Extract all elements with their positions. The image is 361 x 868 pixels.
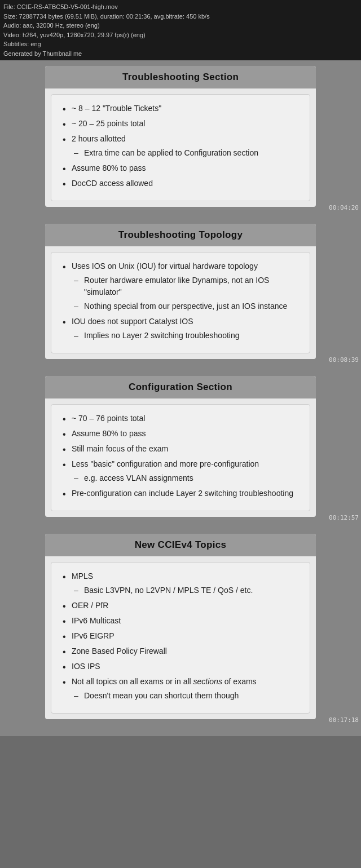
sub-list-item: Router hardware emulator like Dynamips, … xyxy=(72,274,300,298)
slide4-bullet-list: MPLS Basic L3VPN, no L2VPN / MPLS TE / Q… xyxy=(61,570,300,702)
list-item: Pre-configuration can include Layer 2 sw… xyxy=(61,488,300,499)
list-item: Still main focus of the exam xyxy=(61,443,300,455)
slide2-header: Troubleshooting Topology xyxy=(45,224,316,246)
sub-list-item: Implies no Layer 2 switching troubleshoo… xyxy=(72,330,300,342)
sub-list-item: e.g. access VLAN assignments xyxy=(72,472,300,484)
sub-list: Implies no Layer 2 switching troubleshoo… xyxy=(72,330,300,342)
list-item: Assume 80% to pass xyxy=(61,162,300,174)
bullet-text-italic: sections xyxy=(193,677,222,686)
sub-list-item: Doesn't mean you can shortcut them thoug… xyxy=(72,690,300,702)
list-item: Uses IOS on Unix (IOU) for virtual hardw… xyxy=(61,260,300,312)
slide3-body: ~ 70 – 76 points total Assume 80% to pas… xyxy=(51,404,310,511)
video-info-line3: Audio: aac, 32000 Hz, stereo (eng) xyxy=(3,21,358,30)
slide3-bullet-list: ~ 70 – 76 points total Assume 80% to pas… xyxy=(61,413,300,499)
list-item: IPv6 EIGRP xyxy=(61,630,300,642)
slide3-timestamp: 00:12:57 xyxy=(329,514,359,521)
list-item: Zone Based Policy Firewall xyxy=(61,645,300,657)
sub-list: Extra time can be applied to Configurati… xyxy=(72,147,300,159)
slide2-body: Uses IOS on Unix (IOU) for virtual hardw… xyxy=(51,252,310,353)
sub-list: Basic L3VPN, no L2VPN / MPLS TE / QoS / … xyxy=(72,584,300,596)
slide2-timestamp: 00:08:39 xyxy=(329,356,359,364)
slide1-wrapper: Troubleshooting Section ~ 8 – 12 "Troubl… xyxy=(0,60,361,212)
slide4-timestamp: 00:17:18 xyxy=(329,716,359,724)
slide1-bullet-list: ~ 8 – 12 "Trouble Tickets" ~ 20 – 25 poi… xyxy=(61,103,300,189)
bullet-text-part3: of exams xyxy=(222,677,257,686)
list-item: Less "basic" configuration and more pre-… xyxy=(61,458,300,484)
video-info-line2: Size: 72887734 bytes (69.51 MiB), durati… xyxy=(3,12,358,21)
video-info-line1: File: CCIE-RS-ATBC5D-V5-001-high.mov xyxy=(3,2,358,12)
video-info-line5: Subtitles: eng xyxy=(3,39,358,49)
slide2-bullet-list: Uses IOS on Unix (IOU) for virtual hardw… xyxy=(61,260,300,342)
bullet-text: IOU does not support Catalyst IOS xyxy=(72,317,193,326)
slide4-body: MPLS Basic L3VPN, no L2VPN / MPLS TE / Q… xyxy=(51,562,310,714)
list-item: Not all topics on all exams or in all se… xyxy=(61,676,300,702)
slide2: Troubleshooting Topology Uses IOS on Uni… xyxy=(45,224,316,359)
list-item: ~ 20 – 25 points total xyxy=(61,118,300,130)
list-item: MPLS Basic L3VPN, no L2VPN / MPLS TE / Q… xyxy=(61,570,300,596)
list-item: OER / PfR xyxy=(61,600,300,612)
bullet-text-part1: Not all topics on all exams or in all xyxy=(72,677,193,686)
slide1-body: ~ 8 – 12 "Trouble Tickets" ~ 20 – 25 poi… xyxy=(51,94,310,201)
sub-list: Router hardware emulator like Dynamips, … xyxy=(72,274,300,312)
sub-list-item: Extra time can be applied to Configurati… xyxy=(72,147,300,159)
list-item: 2 hours allotted Extra time can be appli… xyxy=(61,133,300,159)
list-item: Assume 80% to pass xyxy=(61,428,300,440)
video-info-line6: Generated by Thumbnail me xyxy=(3,49,358,59)
list-item: DocCD access allowed xyxy=(61,178,300,189)
sub-list-item: Basic L3VPN, no L2VPN / MPLS TE / QoS / … xyxy=(72,584,300,596)
slide1-timestamp: 00:04:20 xyxy=(329,204,359,211)
video-info: File: CCIE-RS-ATBC5D-V5-001-high.mov Siz… xyxy=(0,0,361,60)
list-item: ~ 8 – 12 "Trouble Tickets" xyxy=(61,103,300,114)
slide2-wrapper: Troubleshooting Topology Uses IOS on Uni… xyxy=(0,218,361,365)
slide1-header: Troubleshooting Section xyxy=(45,66,316,88)
bullet-text: MPLS xyxy=(72,572,93,581)
list-item: ~ 70 – 76 points total xyxy=(61,413,300,424)
slide4: New CCIEv4 Topics MPLS Basic L3VPN, no L… xyxy=(45,534,316,719)
slide3-header: Configuration Section xyxy=(45,376,316,398)
slide3-wrapper: Configuration Section ~ 70 – 76 points t… xyxy=(0,370,361,522)
slide4-wrapper: New CCIEv4 Topics MPLS Basic L3VPN, no L… xyxy=(0,528,361,725)
sub-list-item: Nothing special from our perspective, ju… xyxy=(72,300,300,312)
slide1: Troubleshooting Section ~ 8 – 12 "Troubl… xyxy=(45,66,316,207)
video-info-line4: Video: h264, yuv420p, 1280x720, 29.97 fp… xyxy=(3,30,358,40)
bullet-text: 2 hours allotted xyxy=(72,134,126,143)
list-item: IOS IPS xyxy=(61,661,300,672)
list-item: IOU does not support Catalyst IOS Implie… xyxy=(61,316,300,342)
bullet-text: Uses IOS on Unix (IOU) for virtual hardw… xyxy=(72,262,258,271)
slide4-header: New CCIEv4 Topics xyxy=(45,534,316,556)
list-item: IPv6 Multicast xyxy=(61,615,300,627)
sub-list: Doesn't mean you can shortcut them thoug… xyxy=(72,690,300,702)
bullet-text: Less "basic" configuration and more pre-… xyxy=(72,459,259,468)
sub-list: e.g. access VLAN assignments xyxy=(72,472,300,484)
slide3: Configuration Section ~ 70 – 76 points t… xyxy=(45,376,316,517)
